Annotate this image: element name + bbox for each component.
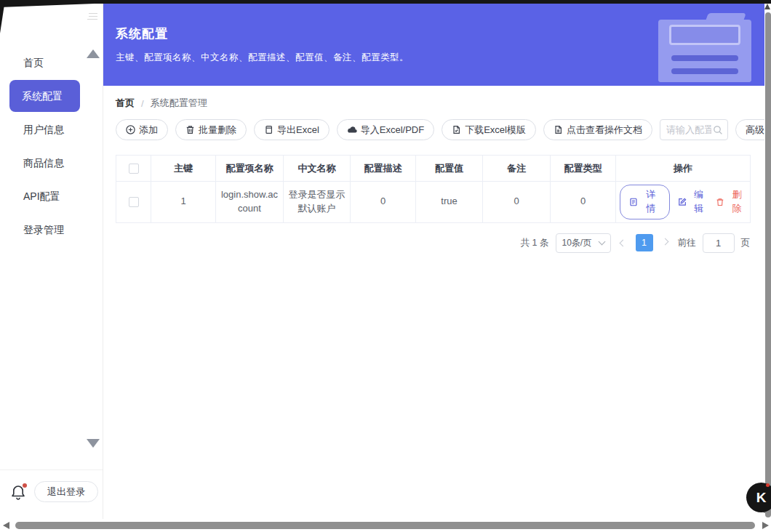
main-area: 系统配置 主键、配置项名称、中文名称、配置描述、配置值、备注、配置类型。 首页 …	[103, 0, 764, 519]
scroll-up-arrow-icon[interactable]	[764, 4, 770, 9]
cell-remark: 0	[483, 182, 551, 223]
floating-k-widget[interactable]: K	[746, 483, 771, 512]
plus-circle-icon	[126, 125, 135, 134]
scroll-left-arrow-icon[interactable]	[3, 522, 9, 529]
goto-page-input[interactable]	[703, 233, 735, 253]
widget-notification-dot	[766, 483, 770, 487]
notification-dot	[23, 483, 27, 488]
column-header: 配置项名称	[216, 156, 284, 182]
column-header: 备注	[483, 156, 551, 182]
sidebar-collapse-icon[interactable]	[89, 11, 97, 22]
prev-page-button[interactable]	[618, 241, 629, 246]
vertical-scroll-thumb[interactable]	[765, 12, 771, 517]
page-unit-label: 页	[741, 237, 751, 249]
breadcrumb: 首页 / 系统配置管理	[116, 97, 752, 110]
sidebar-item-product-info[interactable]: 商品信息	[0, 146, 103, 180]
export-excel-button[interactable]: 导出Excel	[254, 119, 329, 140]
trash-icon	[716, 198, 724, 206]
scroll-right-arrow-icon[interactable]	[762, 522, 769, 529]
pagination: 共 1 条 10条/页 1 前往 页	[116, 233, 750, 253]
config-search-box	[660, 119, 728, 140]
widget-letter: K	[756, 490, 767, 506]
sidebar-item-user-info[interactable]: 用户信息	[0, 113, 103, 146]
config-table: 主键 配置项名称 中文名称 配置描述 配置值 备注 配置类型 操作 1 log	[116, 155, 751, 223]
view-docs-button[interactable]: 点击查看操作文档	[543, 119, 652, 140]
page-size-select[interactable]: 10条/页	[556, 233, 611, 253]
column-header: 配置类型	[551, 156, 616, 182]
pagination-total: 共 1 条	[521, 237, 549, 249]
cell-config-type: 0	[551, 182, 616, 223]
bell-icon[interactable]	[10, 484, 26, 501]
row-checkbox[interactable]	[129, 197, 139, 207]
cloud-upload-icon	[347, 125, 357, 134]
column-header: 配置值	[416, 156, 483, 182]
sidebar-item-api-config[interactable]: API配置	[0, 180, 103, 213]
sidebar-item-home[interactable]: 首页	[0, 46, 103, 79]
cell-primary-key: 1	[151, 182, 216, 223]
trash-icon	[185, 125, 195, 134]
page-banner: 系统配置 主键、配置项名称、中文名称、配置描述、配置值、备注、配置类型。	[103, 4, 764, 86]
edit-button[interactable]: 编辑	[678, 188, 708, 216]
column-header: 配置描述	[351, 156, 416, 182]
import-excel-button[interactable]: 导入Excel/PDF	[337, 119, 434, 140]
next-page-button[interactable]	[660, 241, 671, 244]
column-header: 操作	[616, 156, 751, 182]
header-checkbox-cell	[116, 156, 151, 182]
search-icon[interactable]	[713, 125, 723, 135]
advanced-search-button[interactable]: 高级搜索	[735, 119, 764, 140]
download-template-button[interactable]: 下载Excel模版	[442, 119, 536, 140]
cell-config-value: true	[416, 182, 483, 223]
content: 首页 / 系统配置管理 添加 批量删除 导出Excel	[103, 97, 764, 253]
sidebar-item-login-manage[interactable]: 登录管理	[0, 213, 103, 246]
sidebar-footer: 退出登录	[0, 469, 103, 519]
toolbar: 添加 批量删除 导出Excel 导入Excel/PDF 下载Excel模版	[116, 119, 752, 140]
edit-icon	[678, 198, 687, 206]
breadcrumb-home[interactable]: 首页	[116, 97, 135, 110]
folder-illustration-icon	[658, 20, 751, 82]
file-icon	[452, 125, 461, 134]
app-window: 首页 系统配置 用户信息 商品信息 API配置 登录管理 退出登录 系统配置 主…	[0, 0, 771, 532]
add-button[interactable]: 添加	[116, 119, 168, 140]
sidebar: 首页 系统配置 用户信息 商品信息 API配置 登录管理 退出登录	[0, 0, 103, 519]
export-icon	[264, 125, 273, 134]
detail-button[interactable]: 详情	[620, 185, 670, 219]
breadcrumb-separator: /	[141, 98, 144, 109]
batch-delete-button[interactable]: 批量删除	[175, 119, 247, 140]
logout-button[interactable]: 退出登录	[34, 481, 98, 502]
column-header: 中文名称	[284, 156, 351, 182]
horizontal-scrollbar[interactable]	[0, 519, 771, 532]
sidebar-item-system-config[interactable]: 系统配置	[9, 80, 80, 112]
select-all-checkbox[interactable]	[129, 164, 139, 174]
horizontal-scroll-thumb[interactable]	[15, 522, 755, 529]
file-icon	[554, 125, 563, 134]
screen-edge-artifact	[0, 0, 771, 4]
table-header-row: 主键 配置项名称 中文名称 配置描述 配置值 备注 配置类型 操作	[116, 156, 751, 182]
chevron-down-icon	[598, 238, 605, 246]
cell-config-desc: 0	[351, 182, 416, 223]
sidebar-scroll-down-icon[interactable]	[87, 439, 100, 448]
cell-config-name: login.show.account	[216, 182, 284, 223]
cell-chinese-name: 登录是否显示默认账户	[284, 182, 351, 223]
breadcrumb-current: 系统配置管理	[151, 97, 207, 110]
sidebar-menu: 首页 系统配置 用户信息 商品信息 API配置 登录管理	[0, 46, 103, 246]
table-row: 1 login.show.account 登录是否显示默认账户 0 true 0…	[116, 182, 751, 223]
column-header: 主键	[151, 156, 216, 182]
delete-button[interactable]: 删除	[716, 188, 746, 216]
goto-label: 前往	[678, 237, 696, 249]
row-actions: 详情 编辑 删除	[620, 185, 746, 219]
document-icon	[629, 198, 638, 206]
vertical-scrollbar[interactable]	[764, 0, 771, 519]
search-input[interactable]	[666, 124, 711, 135]
page-number-active[interactable]: 1	[636, 234, 653, 251]
